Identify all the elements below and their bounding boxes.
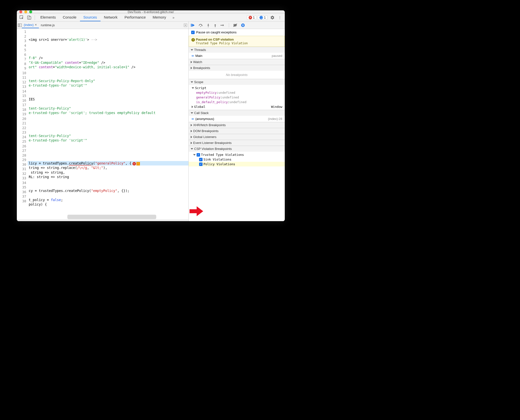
scope-global-row[interactable]: GlobalWindow (189, 104, 285, 109)
code-editor[interactable]: 1234567891011121314151617181920212223242… (17, 29, 188, 220)
code-line: ort" content="width=device-width, initia… (28, 65, 188, 70)
tab-network[interactable]: Network (101, 14, 121, 21)
file-tab-bar: (index) ✕runtime.js (17, 22, 188, 29)
svg-rect-2 (29, 17, 31, 19)
checkbox-icon[interactable]: ✓ (191, 31, 195, 34)
run-snippet-icon[interactable] (183, 23, 187, 27)
thread-main-row[interactable]: ➔Mainpaused (189, 53, 285, 58)
pause-on-caught-row[interactable]: ✓ Pause on caught exceptions (189, 29, 285, 36)
main-tab-bar: ElementsConsoleSourcesNetworkPerformance… (17, 14, 285, 22)
code-line: cy = trustedTypes.createPolicy("emptyPol… (28, 188, 188, 193)
scope-variable[interactable]: generalPolicy: undefined (189, 95, 285, 100)
svg-point-7 (200, 26, 201, 27)
more-tabs-icon[interactable]: » (170, 14, 177, 21)
scope-variable[interactable]: is_default_policy: undefined (189, 100, 285, 104)
checkbox-icon[interactable]: ✓ (197, 153, 200, 157)
checkbox-icon[interactable]: ✓ (199, 163, 203, 166)
issue-badge[interactable]: ❏1 (258, 15, 267, 20)
step-icon[interactable] (220, 23, 225, 28)
breakpoints-header[interactable]: Breakpoints (189, 65, 285, 71)
code-line (28, 42, 188, 47)
svg-rect-3 (18, 24, 19, 27)
breakpoints-section: Breakpoints No breakpoints (189, 65, 285, 79)
code-line (28, 152, 188, 157)
checkbox-icon[interactable]: ✓ (199, 158, 203, 161)
code-line: tent-Security-Policy" (28, 134, 188, 138)
tab-memory[interactable]: Memory (149, 14, 170, 21)
scope-variable[interactable]: emptyPolicy: undefined (189, 90, 285, 95)
horizontal-scrollbar[interactable] (67, 215, 156, 219)
csp-sink-row[interactable]: ✓ Sink Violations (189, 157, 285, 162)
code-line (28, 147, 188, 152)
code-line (28, 179, 188, 184)
code-line (28, 115, 188, 120)
section-header[interactable]: Global Listeners (189, 134, 285, 140)
code-line (28, 120, 188, 124)
section: Event Listener Breakpoints (189, 140, 285, 146)
code-line (28, 70, 188, 74)
file-tab[interactable]: (index) ✕ (22, 22, 39, 28)
navigator-icon[interactable] (18, 23, 22, 27)
status-bar: {} Line 28, Column 42 Coverage: n/a (17, 220, 188, 221)
titlebar: DevTools - tt-enforced.glitch.me/ (17, 10, 285, 14)
svg-rect-14 (243, 24, 244, 26)
threads-header[interactable]: Threads (189, 47, 285, 53)
code-line: tent-Security-Policy" (28, 106, 188, 111)
step-out-icon[interactable] (213, 23, 217, 28)
resume-icon[interactable] (190, 23, 196, 28)
code-line: RL: string => string (28, 175, 188, 179)
code-line: e-trusted-types-for 'script'" (28, 83, 188, 88)
code-line (28, 193, 188, 198)
code-line (28, 101, 188, 106)
error-badge[interactable]: ✕1 (247, 15, 257, 20)
step-over-icon[interactable] (198, 23, 204, 28)
tab-elements[interactable]: Elements (37, 14, 59, 21)
tab-console[interactable]: Console (59, 14, 80, 21)
tab-sources[interactable]: Sources (80, 14, 101, 21)
threads-section: Threads ➔Mainpaused (189, 47, 285, 59)
code-line (28, 88, 188, 93)
callstack-frame[interactable]: ➔(anonymous)(index):28 (189, 117, 285, 121)
section: XHR/fetch Breakpoints (189, 122, 285, 128)
csp-violation-header[interactable]: CSP Violation Breakpoints (189, 146, 285, 152)
watch-section: Watch (189, 59, 285, 65)
pause-banner: iPaused on CSP violation Trusted Type Po… (189, 36, 285, 47)
settings-icon[interactable] (269, 14, 276, 21)
code-line: IES (28, 97, 188, 102)
section-header[interactable]: Event Listener Breakpoints (189, 140, 285, 146)
inspect-icon[interactable] (18, 14, 25, 21)
code-line (28, 207, 188, 211)
pause-exceptions-icon[interactable] (240, 23, 245, 28)
csp-tt-row[interactable]: ✓ Trusted Type Violations (189, 152, 285, 157)
callstack-section: Call Stack ➔(anonymous)(index):28 (189, 110, 285, 122)
code-line (28, 92, 188, 97)
device-mode-icon[interactable] (26, 14, 33, 21)
section-header[interactable]: XHR/fetch Breakpoints (189, 122, 285, 128)
csp-policy-row[interactable]: ✓ Policy Violations (189, 162, 285, 166)
code-line (28, 156, 188, 161)
file-tab[interactable]: runtime.js (39, 22, 57, 28)
sources-pane: (index) ✕runtime.js 12345678910111213141… (17, 22, 189, 221)
scope-section: Scope Script emptyPolicy: undefinedgener… (189, 79, 285, 110)
svg-rect-6 (191, 24, 192, 27)
callstack-header[interactable]: Call Stack (189, 110, 285, 116)
code-line: licy = trustedTypes.createPolicy("genera… (28, 161, 188, 166)
tab-performance[interactable]: Performance (121, 14, 149, 21)
code-line: string => string, (28, 170, 188, 175)
step-into-icon[interactable] (206, 23, 210, 28)
kebab-icon[interactable]: ⋮ (276, 14, 283, 21)
svg-rect-13 (242, 24, 243, 26)
code-line (28, 51, 188, 56)
watch-header[interactable]: Watch (189, 59, 285, 65)
window-title: DevTools - tt-enforced.glitch.me/ (17, 10, 285, 14)
code-line: policy) { (28, 202, 188, 207)
scope-header[interactable]: Scope (189, 79, 285, 85)
section-header[interactable]: DOM Breakpoints (189, 128, 285, 134)
svg-point-8 (208, 26, 209, 27)
scope-script-row[interactable]: Script (189, 86, 285, 90)
code-line (28, 184, 188, 188)
deactivate-breakpoints-icon[interactable] (233, 23, 238, 28)
close-tab-icon[interactable]: ✕ (35, 23, 37, 26)
section: DOM Breakpoints (189, 128, 285, 134)
code-line: <img src=1 onerror='alert(1)'> --> (28, 37, 188, 42)
